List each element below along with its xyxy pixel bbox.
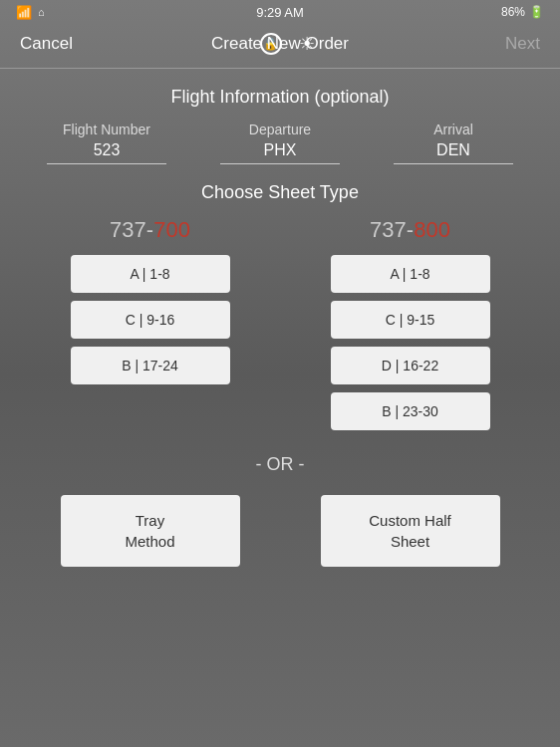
flight-number-value[interactable]: 523: [47, 141, 166, 164]
departure-field: Departure PHX: [220, 122, 340, 164]
wifi-icon: 📶: [16, 5, 32, 20]
departure-value[interactable]: PHX: [220, 141, 340, 164]
btn-800-d1622[interactable]: D | 16-22: [331, 347, 490, 384]
label-800-suffix: 800: [414, 217, 450, 242]
tray-method-button[interactable]: TrayMethod: [61, 495, 240, 567]
status-bar-left: 📶 ⌂: [16, 5, 45, 20]
label-700-suffix: 700: [153, 217, 190, 242]
status-bar-time: 9:29 AM: [256, 5, 304, 20]
flight-number-label: Flight Number: [63, 122, 150, 137]
custom-half-sheet-button[interactable]: Custom HalfSheet: [321, 495, 500, 567]
or-divider: - OR -: [20, 454, 540, 475]
sheet-type-col-700: 737-700 A | 1-8 C | 9-16 B | 17-24: [61, 217, 240, 430]
sheet-type-title: Choose Sheet Type: [20, 182, 540, 203]
flight-number-field: Flight Number 523: [47, 122, 166, 164]
flight-info-fields: Flight Number 523 Departure PHX Arrival …: [20, 122, 540, 164]
departure-label: Departure: [249, 122, 311, 137]
btn-800-c915[interactable]: C | 9-15: [331, 301, 490, 339]
arrival-field: Arrival DEN: [394, 122, 513, 164]
flight-info-title: Flight Information (optional): [20, 87, 540, 108]
status-bar-right: 86% 🔋: [501, 5, 544, 19]
label-700-prefix: 737-: [110, 217, 153, 242]
btn-700-c916[interactable]: C | 9-16: [71, 301, 230, 339]
nav-bar: Cancel 🔒 ☀ Create New Order Next: [0, 24, 560, 68]
arrival-value[interactable]: DEN: [394, 141, 513, 164]
bottom-buttons: TrayMethod Custom HalfSheet: [20, 495, 540, 567]
btn-800-a18[interactable]: A | 1-8: [331, 255, 490, 293]
label-800-prefix: 737-: [370, 217, 414, 242]
next-button[interactable]: Next: [505, 34, 540, 54]
battery-icon: 🔋: [529, 5, 544, 19]
btn-700-a18[interactable]: A | 1-8: [71, 255, 230, 293]
battery-percent: 86%: [501, 5, 525, 19]
btn-800-b2330[interactable]: B | 23-30: [331, 392, 490, 430]
status-bar: 📶 ⌂ 9:29 AM 86% 🔋: [0, 0, 560, 24]
main-content: Flight Information (optional) Flight Num…: [0, 87, 560, 567]
sheet-type-label-700: 737-700: [110, 217, 190, 243]
sheet-type-row: 737-700 A | 1-8 C | 9-16 B | 17-24 737-8…: [20, 217, 540, 430]
page-title: Create New Order: [211, 34, 349, 54]
nav-divider: [0, 68, 560, 69]
sheet-type-label-800: 737-800: [370, 217, 450, 243]
cancel-button[interactable]: Cancel: [20, 34, 73, 54]
btn-700-b1724[interactable]: B | 17-24: [71, 347, 230, 384]
arrival-label: Arrival: [433, 122, 473, 137]
carrier-icon: ⌂: [38, 6, 45, 18]
sheet-type-col-800: 737-800 A | 1-8 C | 9-15 D | 16-22 B | 2…: [321, 217, 500, 430]
